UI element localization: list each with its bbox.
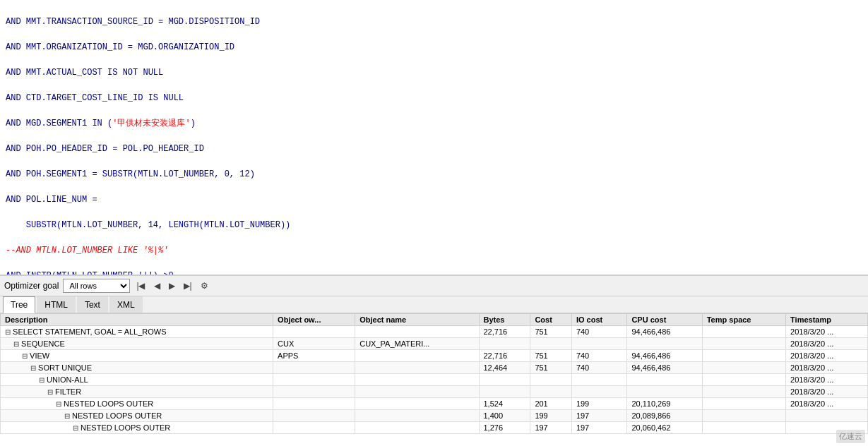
- desc-cell: ⊟ SELECT STATEMENT, GOAL = ALL_ROWS: [1, 326, 273, 338]
- table-cell: 751: [530, 362, 572, 374]
- table-cell: 751: [530, 350, 572, 362]
- table-cell: 740: [571, 362, 627, 374]
- table-cell: 2018/3/20 ...: [786, 398, 868, 410]
- table-cell: 2018/3/20 ...: [786, 350, 868, 362]
- tab-text[interactable]: Text: [77, 296, 108, 313]
- sql-line-8: AND POL.LINE_NUM =: [6, 193, 862, 206]
- desc-cell: ⊟ SORT UNIQUE: [1, 362, 273, 374]
- table-cell: [355, 386, 479, 398]
- desc-cell: ⊟ NESTED LOOPS OUTER: [1, 398, 273, 410]
- watermark: 亿速云: [836, 430, 865, 437]
- table-cell: [702, 410, 785, 422]
- table-cell: [702, 338, 785, 350]
- table-cell: [273, 386, 355, 398]
- table-cell: [479, 338, 530, 350]
- table-cell: [702, 362, 785, 374]
- table-cell: 740: [571, 350, 627, 362]
- table-cell: [627, 386, 702, 398]
- table-cell: [702, 422, 785, 434]
- table-cell: 2018/3/20 ...: [786, 374, 868, 386]
- table-cell: 12,464: [479, 362, 530, 374]
- table-cell: [355, 398, 479, 410]
- table-cell: [702, 398, 785, 410]
- table-row[interactable]: ⊟ SEQUENCECUXCUX_PA_MATERI...2018/3/20 .…: [1, 338, 868, 350]
- table-cell: 197: [571, 410, 627, 422]
- table-cell: [355, 362, 479, 374]
- table-cell: 20,060,462: [627, 422, 702, 434]
- col-io-cost: IO cost: [571, 314, 627, 326]
- table-cell: 2018/3/20 ...: [786, 362, 868, 374]
- table-cell: [571, 338, 627, 350]
- table-row[interactable]: ⊟ NESTED LOOPS OUTER1,40019919720,089,86…: [1, 410, 868, 422]
- table-cell: [702, 386, 785, 398]
- tab-xml[interactable]: XML: [109, 296, 143, 313]
- sql-line-6: AND POH.PO_HEADER_ID = POL.PO_HEADER_ID: [6, 143, 862, 155]
- tab-html[interactable]: HTML: [37, 296, 76, 313]
- col-obj-name: Object name: [355, 314, 479, 326]
- table-cell: 1,276: [479, 422, 530, 434]
- col-cpu-cost: CPU cost: [627, 314, 702, 326]
- table-cell: [627, 374, 702, 386]
- sql-line-1: AND MMT.TRANSACTION_SOURCE_ID = MGD.DISP…: [6, 16, 862, 28]
- sql-line-2: AND MMT.ORGANIZATION_ID = MGD.ORGANIZATI…: [6, 41, 862, 54]
- table-cell: 1,400: [479, 410, 530, 422]
- desc-cell: ⊟ VIEW: [1, 350, 273, 362]
- table-cell: 751: [530, 326, 572, 338]
- col-cost: Cost: [530, 314, 572, 326]
- table-cell: [702, 374, 785, 386]
- nav-first-button[interactable]: |◀: [134, 280, 147, 291]
- sql-line-9: SUBSTR(MTLN.LOT_NUMBER, 14, LENGTH(MTLN.…: [6, 219, 862, 231]
- table-cell: 199: [571, 398, 627, 410]
- table-cell: 22,716: [479, 350, 530, 362]
- table-cell: 94,466,486: [627, 326, 702, 338]
- table-cell: [479, 386, 530, 398]
- sql-line-3: AND MMT.ACTUAL_COST IS NOT NULL: [6, 66, 862, 79]
- optimizer-toolbar: Optimizer goal All rows First rows Choos…: [0, 275, 868, 296]
- table-cell: [702, 326, 785, 338]
- desc-cell: ⊟ FILTER: [1, 386, 273, 398]
- table-cell: [571, 374, 627, 386]
- table-cell: 740: [571, 326, 627, 338]
- table-row[interactable]: ⊟ UNION-ALL2018/3/20 ...: [1, 374, 868, 386]
- results-area[interactable]: Description Object ow... Object name Byt…: [0, 313, 868, 437]
- table-row[interactable]: ⊟ NESTED LOOPS OUTER1,52420119920,110,26…: [1, 398, 868, 410]
- sql-line-10: --AND MTLN.LOT_NUMBER LIKE '%|%': [6, 244, 862, 257]
- table-cell: APPS: [273, 350, 355, 362]
- sql-editor[interactable]: AND MMT.TRANSACTION_SOURCE_ID = MGD.DISP…: [0, 0, 868, 275]
- table-cell: [786, 410, 868, 422]
- desc-cell: ⊟ UNION-ALL: [1, 374, 273, 386]
- optimizer-select[interactable]: All rows First rows Choose rows Rule Def…: [63, 279, 130, 293]
- col-temp-space: Temp space: [702, 314, 785, 326]
- table-cell: 2018/3/20 ...: [786, 326, 868, 338]
- col-description: Description: [1, 314, 273, 326]
- table-cell: 22,716: [479, 326, 530, 338]
- table-cell: [530, 386, 572, 398]
- nav-prev-button[interactable]: ◀: [152, 280, 162, 291]
- table-cell: [355, 350, 479, 362]
- table-row[interactable]: ⊟ NESTED LOOPS OUTER1,27619719720,060,46…: [1, 422, 868, 434]
- table-cell: [273, 422, 355, 434]
- nav-next-button[interactable]: ▶: [167, 280, 177, 291]
- table-cell: 199: [530, 410, 572, 422]
- table-row[interactable]: ⊟ VIEWAPPS22,71675174094,466,4862018/3/2…: [1, 350, 868, 362]
- tab-tree[interactable]: Tree: [3, 296, 35, 313]
- table-cell: 2018/3/20 ...: [786, 338, 868, 350]
- table-cell: 201: [530, 398, 572, 410]
- table-row[interactable]: ⊟ SORT UNIQUE12,46475174094,466,4862018/…: [1, 362, 868, 374]
- nav-last-button[interactable]: ▶|: [182, 280, 194, 291]
- table-cell: [355, 410, 479, 422]
- table-cell: [355, 374, 479, 386]
- table-cell: CUX_PA_MATERI...: [355, 338, 479, 350]
- sql-line-4: AND CTD.TARGET_COST_LINE_ID IS NULL: [6, 92, 862, 104]
- table-cell: 2018/3/20 ...: [786, 386, 868, 398]
- table-row[interactable]: ⊟ FILTER2018/3/20 ...: [1, 386, 868, 398]
- col-obj-owner: Object ow...: [273, 314, 355, 326]
- settings-button[interactable]: ⚙: [198, 280, 210, 291]
- result-tabs: Tree HTML Text XML: [0, 296, 868, 313]
- table-cell: [530, 374, 572, 386]
- table-row[interactable]: ⊟ SELECT STATEMENT, GOAL = ALL_ROWS22,71…: [1, 326, 868, 338]
- table-cell: 94,466,486: [627, 350, 702, 362]
- table-cell: 94,466,486: [627, 362, 702, 374]
- table-cell: CUX: [273, 338, 355, 350]
- table-cell: 20,110,269: [627, 398, 702, 410]
